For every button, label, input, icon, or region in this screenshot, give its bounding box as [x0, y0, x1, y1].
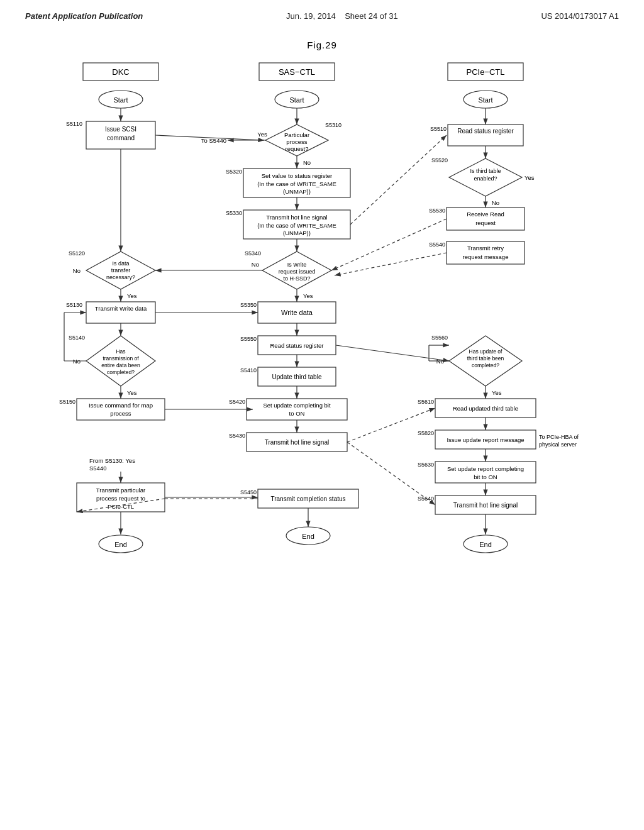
svg-text:enabled?: enabled? — [474, 175, 497, 182]
page: Patent Application Publication Jun. 19, … — [0, 0, 644, 830]
svg-text:Yes: Yes — [525, 174, 535, 181]
svg-text:S5340: S5340 — [245, 250, 261, 257]
svg-text:request message: request message — [463, 253, 509, 260]
svg-text:bit to ON: bit to ON — [474, 473, 497, 480]
svg-text:Transmit Write data: Transmit Write data — [95, 305, 147, 312]
svg-text:No: No — [303, 159, 311, 166]
svg-text:Yes: Yes — [127, 292, 137, 299]
svg-text:Set update report completing: Set update report completing — [447, 465, 524, 472]
header-sheet: Sheet 24 of 31 — [345, 11, 398, 21]
svg-text:S5310: S5310 — [325, 122, 341, 128]
header-left: Patent Application Publication — [25, 11, 143, 21]
svg-text:Particular: Particular — [284, 131, 309, 138]
svg-text:S5450: S5450 — [240, 489, 257, 495]
diagram-container: Fig.29 DKC SAS−CTL PCIe−CTL Star — [39, 40, 605, 731]
svg-text:completed?: completed? — [107, 369, 135, 375]
svg-text:request: request — [475, 219, 496, 226]
svg-text:Update third table: Update third table — [272, 374, 322, 380]
svg-text:third table been: third table been — [467, 355, 504, 362]
svg-text:Issue SCSI: Issue SCSI — [105, 126, 136, 133]
svg-text:Issue update report message: Issue update report message — [447, 436, 524, 443]
svg-text:S5610: S5610 — [418, 399, 434, 405]
svg-text:S5540: S5540 — [429, 241, 445, 248]
svg-text:S5150: S5150 — [59, 399, 75, 405]
svg-text:request issued: request issued — [279, 268, 316, 275]
svg-text:entire data been: entire data been — [101, 362, 140, 368]
flowchart-svg: DKC SAS−CTL PCIe−CTL Start Start Start I… — [39, 57, 605, 736]
svg-text:No: No — [73, 267, 80, 274]
svg-text:Yes: Yes — [127, 389, 137, 396]
header-date: Jun. 19, 2014 — [286, 11, 336, 21]
svg-text:Receive Read: Receive Read — [467, 211, 504, 218]
svg-text:From S5130: Yes: From S5130: Yes — [89, 457, 135, 464]
svg-text:Read updated third table: Read updated third table — [453, 405, 518, 412]
svg-text:Has: Has — [116, 348, 125, 355]
svg-text:S5630: S5630 — [418, 462, 434, 468]
svg-text:process: process — [286, 138, 308, 145]
svg-text:Start: Start — [289, 96, 304, 104]
svg-text:Read status register: Read status register — [270, 342, 323, 349]
svg-text:Transmit hot line signal: Transmit hot line signal — [265, 439, 329, 446]
svg-text:To PCIe-HBA of: To PCIe-HBA of — [539, 434, 579, 440]
svg-text:Transmit particular: Transmit particular — [96, 487, 145, 494]
svg-text:Issue command for map: Issue command for map — [89, 402, 153, 409]
svg-text:S5430: S5430 — [229, 433, 245, 439]
svg-text:S5320: S5320 — [226, 169, 242, 175]
page-header: Patent Application Publication Jun. 19, … — [0, 0, 644, 21]
svg-text:S5110: S5110 — [66, 121, 82, 127]
svg-text:physical server: physical server — [539, 441, 577, 448]
svg-text:End: End — [114, 541, 127, 548]
svg-text:S5530: S5530 — [429, 208, 445, 214]
svg-text:Yes: Yes — [492, 389, 502, 396]
svg-text:To S5440: To S5440 — [201, 137, 226, 144]
svg-text:Is data: Is data — [112, 260, 129, 267]
svg-text:End: End — [302, 533, 314, 540]
header-right: US 2014/0173017 A1 — [541, 11, 619, 21]
svg-text:transfer: transfer — [111, 267, 131, 274]
svg-line-141 — [347, 408, 435, 442]
svg-text:Yes: Yes — [257, 131, 267, 138]
svg-text:Is third table: Is third table — [470, 168, 501, 174]
svg-text:S5510: S5510 — [430, 126, 447, 132]
svg-text:to H-SSD?: to H-SSD? — [283, 275, 310, 282]
svg-text:PCIe−CTL: PCIe−CTL — [466, 67, 504, 77]
svg-text:to ON: to ON — [289, 410, 305, 417]
svg-text:Read status register: Read status register — [457, 128, 514, 135]
svg-text:(UNMAP)): (UNMAP)) — [283, 188, 311, 195]
svg-text:process request to: process request to — [96, 495, 145, 502]
svg-text:command: command — [107, 135, 135, 141]
svg-line-128 — [336, 345, 449, 361]
svg-text:process: process — [110, 410, 131, 417]
header-center: Jun. 19, 2014 Sheet 24 of 31 — [286, 11, 398, 21]
svg-text:(In the case of WRITE_SAME: (In the case of WRITE_SAME — [257, 222, 336, 229]
svg-line-168 — [347, 442, 435, 505]
svg-text:DKC: DKC — [112, 67, 129, 77]
svg-text:S5350: S5350 — [240, 302, 257, 308]
svg-text:S5420: S5420 — [229, 399, 245, 405]
svg-text:(UNMAP)): (UNMAP)) — [283, 230, 311, 236]
svg-text:S5130: S5130 — [66, 302, 82, 308]
svg-text:completed?: completed? — [472, 362, 499, 368]
svg-text:Transmit hot line signal: Transmit hot line signal — [453, 502, 518, 509]
svg-text:SAS−CTL: SAS−CTL — [279, 67, 315, 77]
svg-text:(In the case of WRITE_SAME: (In the case of WRITE_SAME — [257, 180, 336, 187]
svg-text:transmission of: transmission of — [103, 355, 139, 362]
svg-text:S5440: S5440 — [89, 465, 106, 472]
svg-text:S5140: S5140 — [69, 335, 85, 341]
svg-line-81 — [335, 253, 447, 275]
svg-text:Set value to status register: Set value to status register — [262, 172, 332, 179]
svg-text:Yes: Yes — [303, 292, 313, 299]
svg-text:End: End — [479, 541, 492, 548]
svg-text:S5330: S5330 — [226, 210, 242, 216]
svg-text:S5820: S5820 — [418, 430, 434, 436]
svg-text:No: No — [252, 261, 259, 268]
svg-text:Start: Start — [478, 96, 492, 104]
svg-text:Transmit retry: Transmit retry — [467, 245, 504, 252]
svg-text:Is Write: Is Write — [287, 262, 306, 268]
svg-text:S5560: S5560 — [431, 335, 448, 341]
svg-text:S5410: S5410 — [240, 367, 257, 374]
svg-text:Transmit completion status: Transmit completion status — [270, 495, 345, 502]
svg-text:necessary?: necessary? — [106, 274, 135, 280]
svg-text:No: No — [492, 199, 499, 206]
svg-text:request?: request? — [286, 145, 309, 152]
